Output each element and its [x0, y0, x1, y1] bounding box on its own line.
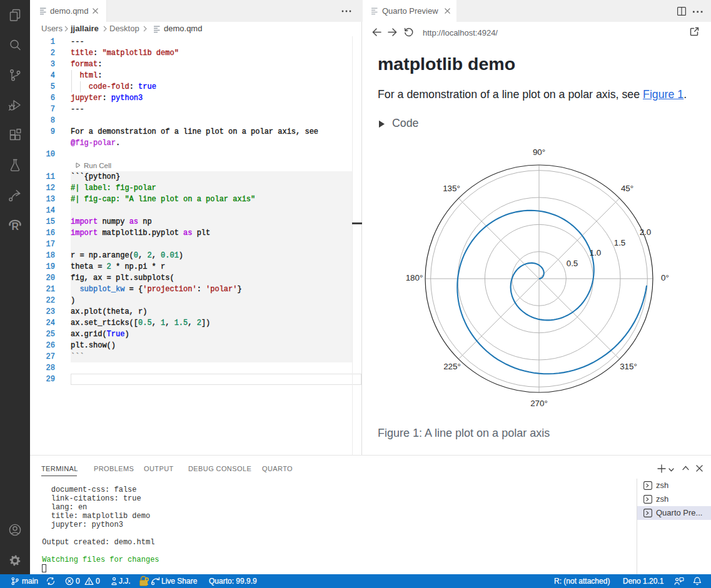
svg-text:2.0: 2.0 [640, 227, 652, 237]
svg-text:45°: 45° [621, 184, 633, 193]
svg-text:315°: 315° [620, 362, 637, 371]
svg-text:225°: 225° [443, 362, 461, 371]
svg-text:1.5: 1.5 [614, 238, 626, 247]
svg-text:90°: 90° [533, 147, 545, 157]
svg-text:0.5: 0.5 [567, 259, 578, 268]
svg-text:135°: 135° [443, 184, 460, 193]
svg-text:180°: 180° [406, 273, 423, 282]
svg-text:270°: 270° [530, 399, 548, 408]
svg-text:1.0: 1.0 [590, 248, 602, 257]
svg-text:R: R [12, 221, 19, 232]
svg-text:0°: 0° [661, 273, 669, 282]
